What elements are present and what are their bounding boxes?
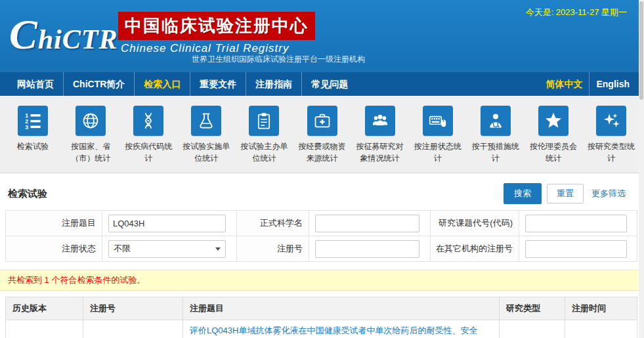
site-title-en: Chinese Clinical Trial Registry — [118, 42, 315, 55]
list-123-icon: 123 — [18, 106, 48, 136]
stat-item-by-registration-status[interactable]: 按注册状态统计 — [409, 106, 467, 173]
site-header: 今天是: 2023-11-27 星期一 ChiCTR 中国临床试验注册中心 Ch… — [0, 0, 644, 72]
col-registered-title: 注册题目 — [183, 297, 500, 320]
stat-item-label: 按试验实施单位统计 — [180, 140, 232, 164]
registered-title-input[interactable] — [108, 215, 226, 232]
site-title-area: 中国临床试验注册中心 Chinese Clinical Trial Regist… — [118, 12, 315, 55]
study-code-label: 研究课题代号(代码) — [431, 211, 519, 236]
trial-title-link[interactable]: 评价LQ043H单域抗体雾化液在中国健康受试者中单次给药后的耐受性、安全性、..… — [190, 326, 477, 338]
form-row-2: 注册状态 不限 注册号 在其它机构的注册号 — [6, 236, 637, 262]
dna-icon — [133, 106, 163, 136]
stat-item-label: 按国家、省（市）统计 — [64, 140, 117, 164]
stat-item-by-funding-source[interactable]: 按经费或物资来源统计 — [293, 106, 351, 173]
scrollbar-thumb[interactable] — [639, 1, 643, 100]
scrollbar[interactable] — [639, 0, 644, 338]
stat-item-label: 按经费或物资来源统计 — [296, 140, 349, 164]
registration-status-label: 注册状态 — [6, 236, 102, 262]
lang-english[interactable]: English — [589, 72, 636, 96]
study-type-value: 干预性研究 — [500, 320, 565, 338]
language-switcher: 简体中文 English — [539, 72, 636, 96]
nav-item-search-entry[interactable]: 检索入口 — [134, 72, 190, 96]
current-date: 今天是: 2023-11-27 星期一 — [526, 7, 627, 18]
scientific-name-input[interactable] — [315, 215, 419, 232]
svg-text:3: 3 — [25, 124, 28, 130]
who-registry-subtitle: 世界卫生组织国际临床试验注册平台一级注册机构 — [192, 54, 365, 65]
stat-item-by-implementing-unit[interactable]: 按试验实施单位统计 — [177, 106, 235, 173]
medkit-icon — [307, 106, 337, 136]
scientific-name-label: 正式科学名 — [237, 211, 309, 236]
registration-number-input[interactable] — [315, 240, 419, 258]
table-row: 历史版本 ChiCTR2300069500 评价LQ043H单域抗体雾化液在中国… — [6, 320, 637, 338]
nav-item-registration-guide[interactable]: 注册指南 — [246, 72, 301, 96]
stat-item-by-disease-code[interactable]: 按疾病代码统计 — [119, 106, 177, 173]
results-header-row: 历史版本 注册号 注册题目 研究类型 注册时间 — [6, 297, 637, 320]
stat-item-label: 按试验主办单位统计 — [238, 140, 290, 164]
nav-menu: 网站首页 ChiCTR简介 检索入口 重要文件 注册指南 常见问题 — [8, 72, 357, 96]
study-code-input[interactable] — [525, 215, 627, 232]
col-registration-date: 注册时间 — [565, 297, 637, 320]
registration-status-value: 不限 — [114, 243, 131, 255]
stat-item-by-ethics-committee[interactable]: 按伦理委员会统计 — [525, 106, 582, 173]
stat-item-label: 按研究类型统计 — [585, 140, 637, 164]
search-form: 注册题目 正式科学名 研究课题代号(代码) 注册状态 不限 注册号 在其它机构的… — [5, 210, 637, 262]
keyboard-mouse-icon — [423, 106, 453, 136]
registration-number-label: 注册号 — [237, 236, 309, 262]
results-table: 历史版本 注册号 注册题目 研究类型 注册时间 历史版本 ChiCTR23000… — [5, 297, 637, 338]
col-history-version: 历史版本 — [6, 297, 83, 320]
chevron-down-icon — [215, 247, 221, 251]
stat-item-label: 按干预措施统计 — [469, 140, 522, 164]
other-org-number-input[interactable] — [525, 240, 627, 258]
search-section-header: 检索试验 搜索 重置 更多筛选 — [0, 173, 644, 210]
registration-number-value: ChiCTR2300069500 — [83, 320, 183, 338]
globe-icon — [75, 106, 106, 136]
registered-title-label: 注册题目 — [6, 211, 102, 236]
stat-item-label: 按注册状态统计 — [412, 140, 464, 164]
registration-status-select[interactable]: 不限 — [108, 240, 226, 258]
nav-item-documents[interactable]: 重要文件 — [190, 72, 246, 96]
main-nav: 网站首页 ChiCTR简介 检索入口 重要文件 注册指南 常见问题 简体中文 E… — [0, 72, 644, 96]
nav-item-home[interactable]: 网站首页 — [8, 72, 63, 96]
stat-item-label: 检索试验 — [17, 140, 49, 152]
reset-button[interactable]: 重置 — [547, 184, 584, 203]
stat-item-by-study-type[interactable]: 按研究类型统计 — [582, 106, 640, 173]
star-icon — [538, 106, 569, 136]
stat-item-by-recruitment[interactable]: 按征募研究对象情况统计 — [351, 106, 409, 173]
chictr-logo: ChiCTR — [9, 11, 119, 59]
other-org-number-label: 在其它机构的注册号 — [431, 236, 519, 262]
search-actions: 搜索 重置 更多筛选 — [504, 183, 636, 204]
stat-item-by-country[interactable]: 按国家、省（市）统计 — [62, 106, 119, 173]
registration-date-value: 2023/03/20 — [565, 320, 637, 338]
sparkles-icon — [596, 106, 626, 136]
stat-item-label: 按征募研究对象情况统计 — [354, 140, 406, 164]
nav-item-about[interactable]: ChiCTR简介 — [63, 72, 134, 96]
flask-icon — [191, 106, 221, 136]
stat-item-by-intervention[interactable]: 按干预措施统计 — [467, 106, 525, 173]
clipboard-icon — [249, 106, 279, 136]
stat-item-label: 按伦理委员会统计 — [527, 140, 580, 164]
stat-item-by-sponsor-unit[interactable]: 按试验主办单位统计 — [235, 106, 293, 173]
lang-simplified-chinese[interactable]: 简体中文 — [539, 72, 589, 96]
people-group-icon — [365, 106, 395, 136]
stat-item-search-trials[interactable]: 123 检索试验 — [4, 106, 62, 173]
more-filters-link[interactable]: 更多筛选 — [591, 188, 626, 200]
form-row-1: 注册题目 正式科学名 研究课题代号(代码) — [6, 211, 637, 236]
page-title: 检索试验 — [8, 188, 47, 200]
nav-item-faq[interactable]: 常见问题 — [301, 72, 357, 96]
site-title-cn: 中国临床试验注册中心 — [118, 12, 315, 40]
search-button[interactable]: 搜索 — [504, 183, 542, 204]
stats-icon-bar: 123 检索试验 按国家、省（市）统计 按疾病代码统计 按试验实施单位统计 按试… — [0, 96, 644, 173]
col-study-type: 研究类型 — [500, 297, 565, 320]
doctor-icon — [481, 106, 511, 136]
stat-item-label: 按疾病代码统计 — [122, 140, 175, 164]
result-count-notice: 共检索到 1 个符合检索条件的试验。 — [0, 270, 644, 291]
col-registration-number: 注册号 — [83, 297, 183, 320]
